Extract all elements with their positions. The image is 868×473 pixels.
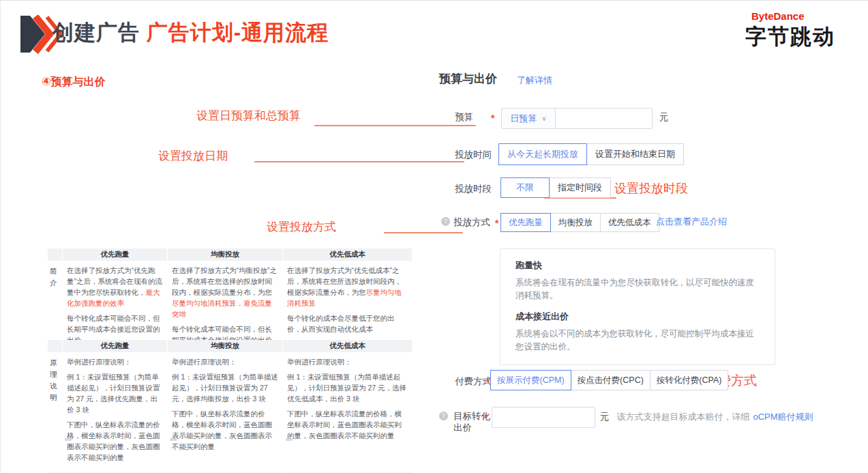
method-balanced-button[interactable]: 均衡投放 [550, 213, 601, 232]
column-header: 优先低成本 [283, 340, 412, 352]
schedule-button-group: 从今天起长期投放 设置开始和结束日期 [498, 143, 684, 165]
method-label: 投放方式 [453, 216, 490, 229]
cutoff-image-fragment [65, 438, 72, 441]
bytedance-logo-cn: 字节跳动 [745, 23, 835, 51]
cell-text: 在选择了投放方式为“均衡投放”之后，系统将在您选择的投放时间段内，根据实际流量分… [172, 266, 277, 296]
table-cell: 举例进行原理说明： 例 1：未设置组预算（为简单描述起见），计划日预算设置为 2… [63, 353, 167, 473]
required-mark: * [491, 113, 494, 124]
payment-cpa-button[interactable]: 按转化付费(CPA) [650, 370, 729, 390]
page-title-highlight: 广告计划-通用流程 [147, 20, 329, 44]
page-title-prefix: 创建广告 [53, 20, 147, 44]
method-lowcost-first-button[interactable]: 优先低成本 [600, 213, 659, 232]
table-cell: 举例进行原理说明： 例 1：未设置组预算（为简单描述起见），计划日预算设置为 2… [168, 353, 282, 473]
column-header: 均衡投放 [168, 340, 282, 352]
required-mark: * [486, 377, 490, 388]
table-corner-cell [48, 340, 62, 352]
cell-text: 下图中，纵坐标表示流量的价格，横坐标表示时间，蓝色圆圈表示能买到的量，灰色圆圈表… [172, 408, 278, 452]
cell-text: 下图中，纵坐标表示流量的价格，横坐标表示时间，蓝色圆圈表示能买到的量，灰色圆圈表… [287, 408, 408, 441]
method-button-group: 优先跑量 均衡投放 优先低成本 [500, 213, 659, 232]
annotation-method-line [384, 232, 463, 233]
form-section-title: 预算与出价 [439, 71, 497, 87]
target-bid-label-line2: 出价 [453, 422, 472, 433]
help-icon[interactable]: ? [441, 217, 450, 226]
bytedance-logo-en: ByteDance [751, 10, 805, 22]
required-mark: * [495, 218, 498, 229]
schedule-longterm-button[interactable]: 从今天起长期投放 [498, 143, 587, 165]
cell-text: 举例进行原理说明： [67, 356, 163, 367]
payment-cpc-button[interactable]: 按点击付费(CPC) [571, 370, 650, 390]
cell-text: 举例进行原理说明： [172, 356, 278, 367]
required-mark: * [484, 412, 488, 422]
row-label: 原理说明 [48, 353, 62, 473]
budget-type-dropdown[interactable]: 日预算 ∨ [501, 108, 556, 129]
column-header: 优先低成本 [283, 248, 412, 261]
payment-button-group: 按展示付费(CPM) 按点击付费(CPC) 按转化付费(CPA) [490, 370, 728, 390]
chevron-down-icon: ∨ [541, 115, 546, 122]
annotation-budget: 设置日预算和总预算 [196, 108, 301, 124]
target-bid-note-row: 元 该方式支持超目标成本赔付，详细 oCPM赔付规则 [600, 411, 813, 423]
product-intro-link[interactable]: 点击查看产品介绍 [656, 216, 727, 228]
timeslot-label: 投放时段 [455, 183, 492, 195]
help-icon[interactable]: ? [439, 412, 448, 420]
schedule-label: 投放时间 [455, 149, 492, 161]
cutoff-image-fragment [170, 438, 177, 441]
panel-heading: 跑量快 [515, 259, 761, 272]
timeslot-button-group: 不限 指定时间段 [500, 177, 611, 198]
annotation-budget-line [314, 125, 476, 126]
column-header: 优先跑量 [63, 248, 167, 261]
budget-label: 预算 [455, 111, 473, 124]
cell-text: 例 1：未设置组预算（为简单描述起见），计划日预算设置为 27 元，选择优先低成… [287, 371, 408, 404]
delivery-method-principle-table: 优先跑量 均衡投放 优先低成本 原理说明 举例进行原理说明： 例 1：未设置组预… [47, 339, 413, 473]
target-bid-note: 该方式支持超目标成本赔付，详细 [617, 411, 750, 423]
cell-text: 下图中，纵坐标表示流量的价格，横坐标表示时间，蓝色圆圈表示能买到的量，灰色圆圈表… [67, 419, 163, 463]
panel-heading: 成本接近出价 [515, 311, 761, 323]
timeslot-unlimited-button[interactable]: 不限 [500, 177, 550, 198]
step-label: ④预算与出价 [42, 75, 106, 89]
cutoff-image-fragment [286, 438, 293, 441]
table-cell: 举例进行原理说明： 例 1：未设置组预算（为简单描述起见），计划日预算设置为 2… [283, 353, 412, 473]
cell-text: 每个转化的成本会尽量低于您的出价，从而实现自动优化成本 [287, 313, 408, 334]
annotation-method: 设置投放方式 [267, 219, 336, 235]
annotation-timeslot: 设置投放时段 [614, 180, 688, 197]
panel-text: 系统将会以不同的成本为您获取转化，尽可能控制平均成本接近您设置的出价。 [515, 328, 761, 354]
payment-cpm-button[interactable]: 按展示付费(CPM) [490, 370, 571, 390]
method-info-panel: 跑量快 系统将会在现有的流量中为您尽快获取转化，以尽可能快的速度消耗预算。 成本… [500, 248, 775, 365]
cell-text: 举例进行原理说明： [287, 356, 408, 367]
annotation-date: 设置投放日期 [158, 148, 228, 164]
column-header: 优先跑量 [63, 340, 167, 352]
annotation-date-line [254, 161, 464, 162]
learn-more-link[interactable]: 了解详情 [517, 74, 552, 87]
cell-text: 例 1：未设置组预算（为简单描述起见），计划日预算设置为 27 元，选择优先跑量… [67, 371, 163, 415]
method-volume-first-button[interactable]: 优先跑量 [500, 213, 551, 232]
column-header: 均衡投放 [168, 248, 282, 261]
ocpm-rules-link[interactable]: oCPM赔付规则 [753, 411, 813, 423]
budget-type-value: 日预算 [510, 113, 537, 125]
schedule-daterange-button[interactable]: 设置开始和结束日期 [586, 143, 684, 165]
target-bid-input[interactable] [492, 407, 595, 428]
table-corner-cell [48, 248, 62, 261]
timeslot-specified-button[interactable]: 指定时间段 [549, 177, 611, 198]
slide-canvas: 创建广告 广告计划-通用流程 ByteDance 字节跳动 ④预算与出价 设置日… [0, 0, 868, 473]
budget-unit: 元 [659, 111, 669, 124]
target-bid-unit: 元 [600, 411, 610, 423]
page-title: 创建广告 广告计划-通用流程 [53, 18, 329, 47]
panel-text: 系统将会在现有的流量中为您尽快获取转化，以尽可能快的速度消耗预算。 [515, 276, 761, 302]
cell-text: 例 1：未设置组预算（为简单描述起见），计划日预算设置为 27 元，选择均衡投放… [172, 371, 278, 404]
cell-text-highlight: 尽量均匀地消耗预算，避免流量突增 [172, 299, 272, 318]
budget-amount-input[interactable] [555, 108, 653, 129]
